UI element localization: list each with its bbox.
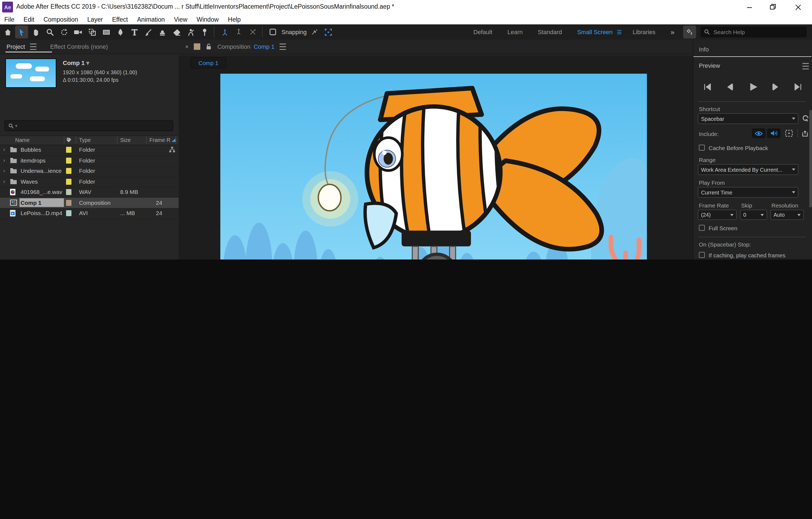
col-type[interactable]: Type [79, 137, 91, 143]
view-axis-icon[interactable] [246, 25, 259, 38]
camera-tool-icon[interactable] [71, 25, 84, 38]
workspace-menu-icon[interactable]: ☰ [617, 29, 622, 35]
label-color-swatch[interactable] [66, 200, 71, 206]
viewer-tab-label[interactable]: Composition [218, 43, 250, 50]
viewer-tab-comp-name[interactable]: Comp 1 [254, 43, 274, 50]
menu-edit[interactable]: Edit [24, 16, 34, 23]
panel-menu-icon[interactable]: ☰ [802, 61, 810, 72]
cache-before-playback-checkbox[interactable] [699, 145, 705, 151]
item-name[interactable]: Waves [21, 178, 38, 185]
preview-panel-header[interactable]: Preview [699, 62, 720, 69]
panel-menu-icon[interactable]: ☰ [279, 42, 287, 52]
frame-rate-dropdown[interactable]: (24) [698, 210, 737, 220]
menu-effect[interactable]: Effect [112, 16, 128, 23]
menu-layer[interactable]: Layer [87, 16, 103, 23]
snapping-checkbox[interactable] [266, 25, 279, 38]
eraser-tool-icon[interactable] [170, 25, 183, 38]
roto-brush-tool-icon[interactable] [184, 25, 197, 38]
workspace-default[interactable]: Default [473, 29, 492, 35]
item-name[interactable]: Underwa...ience [21, 167, 62, 174]
close-button[interactable] [786, 0, 810, 14]
play-from-dropdown[interactable]: Current Time [698, 187, 799, 198]
home-tool-icon[interactable] [1, 25, 14, 38]
reset-shortcut-icon[interactable] [802, 114, 809, 122]
search-help-input[interactable]: Search Help [700, 27, 807, 37]
puppet-pin-tool-icon[interactable] [198, 25, 211, 38]
hand-tool-icon[interactable] [29, 25, 42, 38]
include-video-icon[interactable] [752, 128, 765, 138]
menu-animation[interactable]: Animation [137, 16, 165, 23]
item-name[interactable]: LePoiss...D.mp4 [21, 210, 62, 216]
shortcut-dropdown[interactable]: Spacebar [698, 113, 799, 124]
label-color-swatch[interactable] [66, 179, 71, 185]
menu-view[interactable]: View [174, 16, 187, 23]
info-panel-header[interactable]: Info [699, 46, 709, 53]
skip-dropdown[interactable]: 0 [740, 210, 767, 220]
col-size[interactable]: Size [120, 137, 131, 143]
skip-start-button[interactable] [703, 83, 713, 91]
menu-window[interactable]: Window [197, 16, 219, 23]
label-color-swatch[interactable] [66, 157, 71, 163]
col-name[interactable]: Name [15, 137, 29, 143]
rectangle-tool-icon[interactable] [99, 25, 113, 38]
item-name[interactable]: Bubbles [21, 146, 41, 153]
expand-chevron-icon[interactable]: › [3, 167, 5, 173]
project-search-input[interactable]: ▾ [4, 120, 173, 131]
play-cached-checkbox[interactable] [699, 252, 705, 258]
include-overlays-icon[interactable] [782, 128, 796, 138]
workspace-libraries[interactable]: Libraries [633, 29, 655, 35]
item-name[interactable]: itemdrops [21, 157, 46, 163]
skip-end-button[interactable] [793, 83, 803, 91]
project-item-row[interactable]: 401968_...e.wavWAV8.9 MB [0, 187, 179, 198]
pan-behind-tool-icon[interactable] [86, 25, 98, 38]
minimize-button[interactable] [737, 0, 761, 14]
zoom-tool-icon[interactable] [43, 25, 56, 38]
col-frame-rate[interactable]: Frame R [149, 137, 171, 143]
expand-chevron-icon[interactable]: › [3, 157, 5, 163]
step-back-button[interactable] [726, 83, 735, 91]
label-column-icon[interactable] [66, 137, 72, 143]
project-item-row[interactable]: ›Underwa...ienceFolder [0, 166, 179, 177]
expand-chevron-icon[interactable]: › [3, 178, 5, 184]
local-axis-icon[interactable] [218, 25, 231, 38]
snap-arrow-icon[interactable] [308, 25, 321, 38]
menu-composition[interactable]: Composition [44, 16, 78, 23]
type-tool-icon[interactable] [128, 25, 141, 38]
lock-icon[interactable] [206, 43, 212, 50]
label-color-swatch[interactable] [66, 147, 71, 153]
workspace-small-screen[interactable]: Small Screen [577, 29, 612, 35]
world-axis-icon[interactable] [232, 25, 245, 38]
rotation-tool-icon[interactable] [57, 25, 70, 38]
close-panel-icon[interactable]: × [185, 43, 188, 50]
item-name[interactable]: Comp 1 [21, 199, 41, 206]
label-color-swatch[interactable] [66, 189, 71, 195]
clone-stamp-tool-icon[interactable] [156, 25, 169, 38]
project-item-row[interactable]: LePoiss...D.mp4AVI... MB24 [0, 208, 179, 219]
project-item-row[interactable]: ›BubblesFolder [0, 145, 179, 156]
resolution-dropdown[interactable]: Auto [770, 210, 804, 220]
workspace-overflow[interactable]: » [671, 28, 674, 36]
panel-menu-icon[interactable]: ☰ [29, 42, 37, 52]
tab-project[interactable]: Project [6, 43, 25, 50]
restore-button[interactable] [761, 0, 785, 14]
item-name[interactable]: 401968_...e.wav [21, 189, 62, 195]
play-button[interactable] [748, 83, 758, 91]
project-item-row[interactable]: ›itemdropsFolder [0, 155, 179, 166]
workspace-learn[interactable]: Learn [508, 29, 523, 35]
project-item-row[interactable]: Comp 1Composition24 [0, 197, 179, 209]
label-color-swatch[interactable] [66, 168, 71, 174]
menu-help[interactable]: Help [228, 16, 241, 23]
selection-tool-icon[interactable] [15, 25, 28, 38]
step-forward-button[interactable] [771, 83, 780, 91]
tab-effect-controls[interactable]: Effect Controls (none) [50, 43, 108, 50]
brush-tool-icon[interactable] [142, 25, 155, 38]
menu-file[interactable]: File [4, 16, 14, 23]
snap-bounds-icon[interactable] [322, 25, 335, 38]
include-audio-icon[interactable] [767, 128, 781, 138]
workspace-settings-icon[interactable] [683, 25, 696, 38]
composition-canvas[interactable] [220, 74, 647, 260]
workspace-standard[interactable]: Standard [538, 29, 562, 35]
comp-breadcrumb-chip[interactable]: Comp 1 [191, 57, 226, 68]
project-item-row[interactable]: ›WavesFolder [0, 176, 179, 187]
comp-title[interactable]: Comp 1 ▾ [63, 60, 89, 66]
